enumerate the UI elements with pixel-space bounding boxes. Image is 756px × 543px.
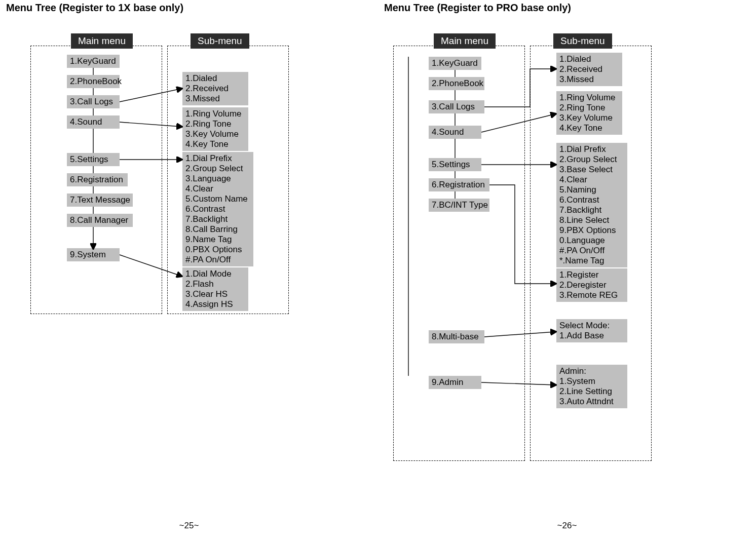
- s4-pro: 1.Ring Volume 2.Ring Tone 3.Key Volume 4…: [556, 91, 622, 135]
- s3-pro: 1.Dialed 2.Received 3.Missed: [556, 53, 622, 86]
- sub-header-1x: Sub-menu: [191, 33, 249, 49]
- main-header-1x: Main menu: [71, 33, 133, 49]
- m4-pro: 4.Sound: [429, 126, 481, 139]
- s9-1x: 1.Dial Mode 2.Flash 3.Clear HS 4.Assign …: [182, 267, 248, 311]
- m9-pro: 9.Admin: [429, 376, 481, 389]
- s3-1x: 1.Dialed 2.Received 3.Missed: [182, 72, 248, 105]
- s9-pro: Admin: 1.System 2.Line Setting 3.Auto At…: [556, 365, 627, 408]
- pagenum-pro: ~26~: [378, 521, 756, 531]
- m7-pro: 7.BC/INT Type: [429, 199, 489, 212]
- main-header-pro: Main menu: [434, 33, 496, 49]
- m6-1x: 6.Registration: [67, 173, 128, 186]
- title-1x: Menu Tree (Register to 1X base only): [6, 2, 183, 14]
- pagenum-1x: ~25~: [0, 521, 378, 531]
- m8-1x: 8.Call Manager: [67, 214, 133, 227]
- m3-1x: 3.Call Logs: [67, 95, 120, 108]
- page-1x: Menu Tree (Register to 1X base only) Mai…: [0, 0, 378, 543]
- m3-pro: 3.Call Logs: [429, 100, 484, 113]
- s6-pro: 1.Register 2.Deregister 3.Remote REG: [556, 268, 627, 302]
- m5-pro: 5.Settings: [429, 158, 481, 171]
- s8-pro: Select Mode: 1.Add Base: [556, 319, 627, 342]
- page-pro: Menu Tree (Register to PRO base only) Ma…: [378, 0, 756, 543]
- s5-1x: 1.Dial Prefix 2.Group Select 3.Language …: [182, 152, 253, 266]
- m6-pro: 6.Registration: [429, 178, 489, 191]
- s4-1x: 1.Ring Volume 2.Ring Tone 3.Key Volume 4…: [182, 107, 248, 151]
- m5-1x: 5.Settings: [67, 153, 120, 166]
- s5-pro: 1.Dial Prefix 2.Group Select 3.Base Sele…: [556, 143, 627, 267]
- m8-pro: 8.Multi-base: [429, 330, 484, 343]
- title-pro: Menu Tree (Register to PRO base only): [384, 2, 571, 14]
- m2-pro: 2.PhoneBook: [429, 77, 484, 90]
- m7-1x: 7.Text Message: [67, 193, 133, 207]
- m2-1x: 2.PhoneBook: [67, 75, 120, 88]
- m1-pro: 1.KeyGuard: [429, 57, 481, 70]
- m9-1x: 9.System: [67, 248, 120, 261]
- m1-1x: 1.KeyGuard: [67, 55, 120, 68]
- sub-header-pro: Sub-menu: [553, 33, 612, 49]
- m4-1x: 4.Sound: [67, 115, 120, 129]
